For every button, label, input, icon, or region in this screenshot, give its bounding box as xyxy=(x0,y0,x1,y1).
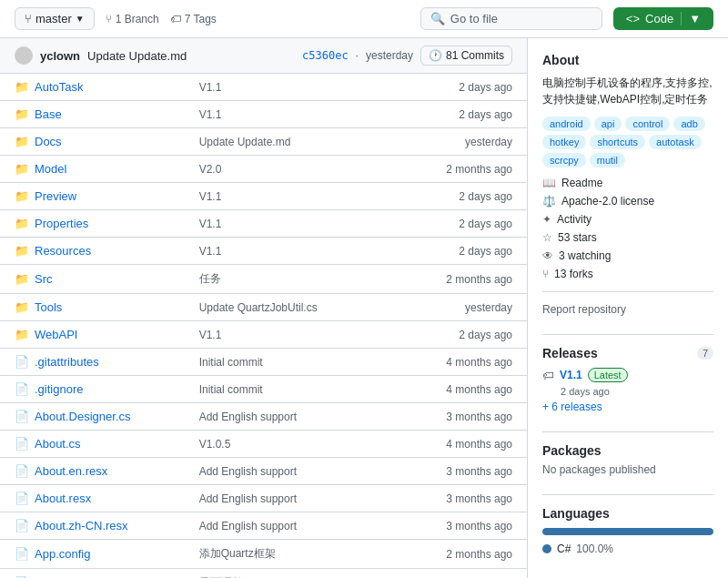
file-commit-desc: V1.1 xyxy=(199,245,222,258)
tags-count[interactable]: 🏷 7 Tags xyxy=(170,13,217,25)
sidebar-link-label: Activity xyxy=(557,213,592,226)
file-name[interactable]: Resources xyxy=(35,244,91,258)
file-date: 2 months ago xyxy=(410,163,512,176)
section-divider-3 xyxy=(542,494,713,495)
table-row: 📁 Properties V1.1 2 days ago xyxy=(0,210,527,238)
csharp-bar xyxy=(542,528,713,535)
sidebar-link-icon: 👁 xyxy=(542,249,553,262)
topic-tag[interactable]: hotkey xyxy=(542,135,586,149)
report-repository-link[interactable]: Report repository xyxy=(542,303,713,316)
file-commit-desc: 任务 xyxy=(199,272,221,285)
file-name[interactable]: App.config xyxy=(35,547,90,561)
code-button[interactable]: <> Code ▼ xyxy=(613,7,713,30)
file-name[interactable]: Tools xyxy=(35,300,62,314)
file-name[interactable]: AutoTask xyxy=(35,80,83,94)
file-icon: 📄 xyxy=(15,382,29,396)
sidebar-link[interactable]: ⑂13 forks xyxy=(542,268,713,280)
commit-hash[interactable]: c5360ec xyxy=(302,49,349,62)
releases-count-badge: 7 xyxy=(697,347,713,360)
release-tag-icon: 🏷 xyxy=(542,369,554,382)
sidebar-link[interactable]: ☆53 stars xyxy=(542,231,713,244)
topic-tag[interactable]: mutil xyxy=(590,153,625,167)
commits-count[interactable]: 🕐 81 Commits xyxy=(420,46,512,66)
packages-section: Packages No packages published xyxy=(542,443,713,476)
branch-count[interactable]: ⑂ 1 Branch xyxy=(106,13,159,25)
commits-icon: 🕐 xyxy=(429,49,442,62)
file-commit-desc: Add English support xyxy=(199,411,297,423)
sidebar-link[interactable]: 👁3 watching xyxy=(542,249,713,262)
goto-file-search[interactable]: 🔍 Go to file xyxy=(420,7,602,30)
file-date: 4 months ago xyxy=(410,438,512,451)
lang-percent: 100.0% xyxy=(576,543,613,555)
file-date: 3 months ago xyxy=(410,465,512,478)
file-date: 4 months ago xyxy=(410,356,512,369)
file-name[interactable]: About.resx xyxy=(35,492,91,505)
branch-count-icon: ⑂ xyxy=(106,13,112,25)
file-icon: 📄 xyxy=(15,547,29,561)
more-releases-link[interactable]: + 6 releases xyxy=(542,401,713,413)
branch-selector[interactable]: ⑂ master ▼ xyxy=(15,7,95,30)
release-version[interactable]: V1.1 xyxy=(560,369,582,381)
topic-tag[interactable]: autotask xyxy=(649,135,702,149)
topic-tag[interactable]: control xyxy=(625,117,670,131)
file-commit-desc: V1.1 xyxy=(199,329,222,341)
file-date: 2 days ago xyxy=(410,108,512,121)
file-name[interactable]: WebAPI xyxy=(35,328,77,341)
table-row: 📁 Resources V1.1 2 days ago xyxy=(0,238,527,265)
file-name[interactable]: Preview xyxy=(35,189,76,203)
avatar xyxy=(15,46,33,65)
file-name[interactable]: Properties xyxy=(35,217,88,230)
sidebar-link-label: 3 watching xyxy=(559,249,611,262)
table-row: 📄 About.zh-CN.resx Add English support 3… xyxy=(0,512,527,540)
file-name[interactable]: Base xyxy=(35,107,62,121)
sidebar-link[interactable]: 📖Readme xyxy=(542,177,713,189)
table-row: 📁 Tools Update QuartzJobUtil.cs yesterda… xyxy=(0,294,527,321)
table-row: 📄 About.cs V1.0.5 4 months ago xyxy=(0,431,527,458)
about-section: About 电脑控制手机设备的程序,支持多控,支持快捷键,WebAPI控制,定时… xyxy=(542,53,713,316)
commit-time-separator: · xyxy=(356,49,359,62)
code-chevron-icon: ▼ xyxy=(681,12,701,25)
file-name[interactable]: Model xyxy=(35,162,66,176)
sidebar-link[interactable]: ⚖️Apache-2.0 license xyxy=(542,195,713,208)
sidebar-link-label: 13 forks xyxy=(554,268,593,280)
table-row: 📄 About.resx Add English support 3 month… xyxy=(0,485,527,512)
file-name[interactable]: .gitattributes xyxy=(35,355,99,369)
topic-tag[interactable]: adb xyxy=(673,117,704,131)
sidebar-link-icon: ✦ xyxy=(542,213,551,226)
language-bar xyxy=(542,528,713,535)
file-icon: 📄 xyxy=(15,410,29,423)
file-name[interactable]: About.Designer.cs xyxy=(35,410,131,423)
table-row: 📁 AutoTask V1.1 2 days ago xyxy=(0,74,527,101)
file-commit-desc: V1.1 xyxy=(199,218,222,230)
topic-tag[interactable]: api xyxy=(594,117,622,131)
section-divider-2 xyxy=(542,431,713,432)
sidebar-links: 📖Readme⚖️Apache-2.0 license✦Activity☆53 … xyxy=(542,177,713,280)
commit-author: yclown xyxy=(40,49,80,63)
file-name[interactable]: Docs xyxy=(35,135,62,148)
tag-icon: 🏷 xyxy=(170,13,181,25)
about-title: About xyxy=(542,53,713,67)
topic-tag[interactable]: android xyxy=(542,117,591,131)
main-layout: yclown Update Update.md c5360ec · yester… xyxy=(0,38,728,578)
file-name[interactable]: About.zh-CN.resx xyxy=(35,519,128,532)
sidebar-link[interactable]: ✦Activity xyxy=(542,213,713,226)
file-icon: 📄 xyxy=(15,519,29,532)
file-name[interactable]: About.cs xyxy=(35,437,81,451)
file-name[interactable]: .gitignore xyxy=(35,382,83,396)
release-item: 🏷 V1.1 Latest xyxy=(542,368,713,382)
file-name[interactable]: Src xyxy=(35,272,53,286)
file-name[interactable]: About.en.resx xyxy=(35,464,107,478)
file-commit-desc: Initial commit xyxy=(199,356,263,369)
divider xyxy=(542,291,713,292)
folder-icon: 📁 xyxy=(15,107,29,121)
topic-tag[interactable]: shortcuts xyxy=(590,135,645,149)
code-icon: <> xyxy=(626,12,640,25)
file-commit-desc: Add English support xyxy=(199,520,297,532)
file-commit-desc: Initial commit xyxy=(199,383,263,396)
table-row: 📁 Preview V1.1 2 days ago xyxy=(0,183,527,210)
latest-badge: Latest xyxy=(588,368,628,382)
file-date: 2 months ago xyxy=(410,548,512,561)
topic-tag[interactable]: scrcpy xyxy=(542,153,586,167)
file-commit-desc: V1.1 xyxy=(199,190,222,203)
folder-icon: 📁 xyxy=(15,244,29,258)
